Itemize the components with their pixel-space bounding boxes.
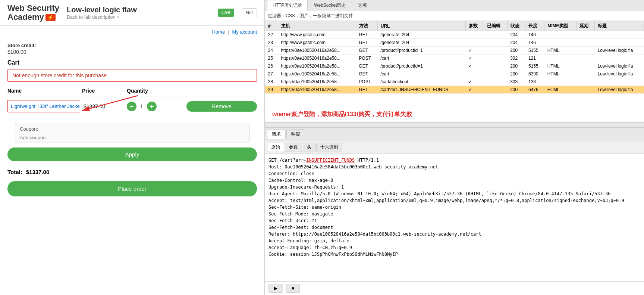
back-link[interactable]: Back to lab description » xyxy=(67,14,137,20)
logo: Web Security Academy ⚡ xyxy=(7,4,59,22)
right-panel: HTTP历史记录 WebSocket历史 选项 过滤器：CSS，图片，一般隐藏二… xyxy=(265,0,644,295)
product-name: Lightweight "l33t" Leather Jacket xyxy=(7,100,80,112)
logo-line1: Web Security xyxy=(7,4,59,13)
bottom-btn-2[interactable]: ■ xyxy=(286,284,300,293)
apply-button[interactable]: Apply xyxy=(7,148,257,161)
th-status: 状态 xyxy=(507,21,525,31)
scroll-bar[interactable] xyxy=(265,122,644,128)
cart-title: Cart xyxy=(7,59,257,66)
th-host: 主机 xyxy=(278,21,356,31)
th-title: 标题 xyxy=(595,21,644,31)
table-row[interactable]: 28https://0ae100520416a2e58...POST/cart/… xyxy=(265,78,644,86)
title-block: Low-level logic flaw Back to lab descrip… xyxy=(67,6,137,20)
account-link[interactable]: My account xyxy=(232,29,257,35)
http-table: # 主机 方法 URL 参数 已编辑 状态 长度 MIME类型 延期 标题 22… xyxy=(265,21,644,107)
th-params: 参数 xyxy=(465,21,484,31)
table-row[interactable]: 23http://www.gstatic.comGET/generate_204… xyxy=(265,39,644,47)
inner-tab-params[interactable]: 参数 xyxy=(285,143,302,152)
place-order-button[interactable]: Place order xyxy=(7,181,257,196)
table-row[interactable]: 22http://www.gstatic.comGET/generate_204… xyxy=(265,31,644,39)
store-credit-label: Store credit: xyxy=(7,43,257,48)
lab-badge: LAB xyxy=(218,9,235,17)
tab-request[interactable]: 请求 xyxy=(267,129,286,139)
th-method: 方法 xyxy=(356,21,377,31)
top-nav: Home | My account xyxy=(0,26,264,38)
th-edited: 已编辑 xyxy=(484,21,507,31)
inner-tabs: 原始 参数 头 十六进制 xyxy=(265,141,644,154)
th-delay: 延期 xyxy=(577,21,595,31)
home-link[interactable]: Home xyxy=(212,29,225,35)
th-url: URL xyxy=(377,21,465,31)
col-price: Price xyxy=(82,88,127,94)
th-length: 长度 xyxy=(525,21,544,31)
bottom-bar: ▶ ■ xyxy=(265,281,644,295)
not-badge: Not xyxy=(242,8,257,17)
coupon-input[interactable] xyxy=(15,133,249,143)
tab-options[interactable]: 选项 xyxy=(352,0,373,11)
table-row: Lightweight "l33t" Leather Jacket $1337.… xyxy=(7,96,257,116)
annotation-text: wiener账户登陆，添加商品l133t购买，支付订单失败 xyxy=(265,107,644,122)
main-tabs: HTTP历史记录 WebSocket历史 选项 xyxy=(265,0,644,11)
quantity-controls: − 1 + xyxy=(127,102,183,111)
col-quantity: Quantity xyxy=(127,88,183,94)
remove-button[interactable]: Remove xyxy=(186,101,257,112)
tab-http-history[interactable]: HTTP历史记录 xyxy=(267,0,308,11)
logo-icon: ⚡ xyxy=(45,14,56,21)
filter-bar: 过滤器：CSS，图片，一般隐藏二进制文件 xyxy=(265,11,644,21)
table-row[interactable]: 25https://0ae100520416a2e58...POST/cart✓… xyxy=(265,55,644,62)
logo-line2: Academy xyxy=(7,13,44,22)
qty-value: 1 xyxy=(139,103,145,109)
qty-decrease-button[interactable]: − xyxy=(127,102,136,111)
table-row[interactable]: 27https://0ae100520416a2e58...GET/cart20… xyxy=(265,70,644,78)
coupon-label: Coupon: xyxy=(15,123,249,133)
page-title: Low-level logic flaw xyxy=(67,6,137,14)
req-resp-tabs: 请求 响应 xyxy=(265,128,644,141)
bottom-btn-1[interactable]: ▶ xyxy=(268,284,283,293)
cart-section: Cart Not enough store credit for this pu… xyxy=(0,56,264,119)
cart-error: Not enough store credit for this purchas… xyxy=(7,69,257,82)
inner-tab-headers[interactable]: 头 xyxy=(303,143,315,152)
inner-tab-hex[interactable]: 十六进制 xyxy=(316,143,342,152)
tab-websocket[interactable]: WebSocket历史 xyxy=(308,0,351,11)
header: Web Security Academy ⚡ Low-level logic f… xyxy=(0,0,264,26)
table-row[interactable]: 26https://0ae100520416a2e58...GET/produc… xyxy=(265,62,644,70)
left-panel: Web Security Academy ⚡ Low-level logic f… xyxy=(0,0,265,295)
store-credit-amount: $100.00 xyxy=(7,49,257,55)
product-price: $1337.00 xyxy=(82,103,127,109)
th-num: # xyxy=(265,21,278,31)
tab-response[interactable]: 响应 xyxy=(286,129,305,139)
total-amount: $1337.00 xyxy=(26,169,50,175)
table-row[interactable]: 24https://0ae100520416a2e58...GET/produc… xyxy=(265,47,644,55)
total-row: Total: $1337.00 xyxy=(0,166,264,178)
table-row[interactable]: 29https://0ae100520416a2e58...GET/cart?e… xyxy=(265,86,644,94)
total-label: Total: xyxy=(7,169,22,175)
col-name: Name xyxy=(7,88,82,94)
table-header: Name Price Quantity xyxy=(7,86,257,96)
store-credit: Store credit: $100.00 xyxy=(0,38,264,56)
inner-tab-raw[interactable]: 原始 xyxy=(267,143,284,152)
qty-increase-button[interactable]: + xyxy=(147,102,157,111)
coupon-section: Coupon: xyxy=(15,123,249,143)
th-mime: MIME类型 xyxy=(544,21,577,31)
request-body: GET /cart?err=INSUFFICIENT_FUNDS HTTP/1.… xyxy=(265,154,644,281)
